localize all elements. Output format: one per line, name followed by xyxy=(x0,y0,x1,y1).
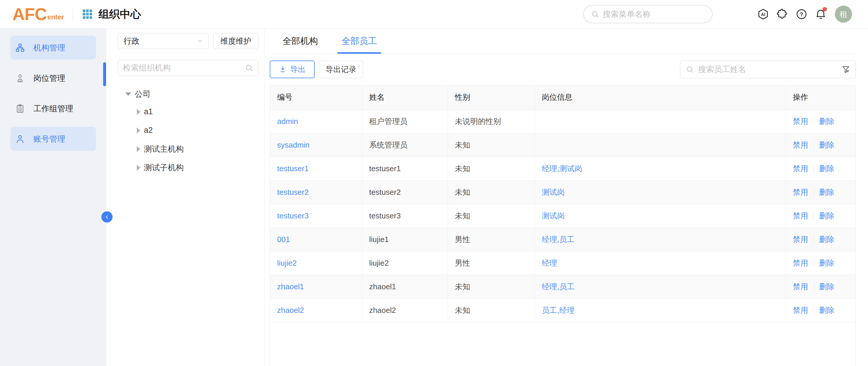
tree-node-label: a1 xyxy=(144,107,153,116)
delete-action-link[interactable]: 删除 xyxy=(819,140,835,150)
org-tree: 公司 a1 a2 测试主机构 xyxy=(118,86,258,177)
export-button[interactable]: 导出 xyxy=(270,61,315,78)
disable-action-link[interactable]: 禁用 xyxy=(793,116,808,127)
employee-positions-cell xyxy=(534,109,785,133)
disable-action-link[interactable]: 禁用 xyxy=(793,281,808,292)
help-icon[interactable]: ? xyxy=(795,8,808,20)
employee-search-box[interactable] xyxy=(680,61,856,78)
caret-right-icon[interactable] xyxy=(137,128,140,133)
filter-funnel-icon[interactable] xyxy=(841,65,850,74)
employee-id-link[interactable]: admin xyxy=(277,117,298,126)
sidebar-item-label: 账号管理 xyxy=(33,134,65,144)
employee-actions-cell: 禁用 删除 xyxy=(785,133,856,157)
tab-all-organizations[interactable]: 全部机构 xyxy=(282,29,318,54)
employee-positions-link[interactable]: 员工,经理 xyxy=(542,306,575,314)
tree-node[interactable]: a1 xyxy=(118,102,258,121)
column-header-id: 编号 xyxy=(270,85,362,109)
employee-id-link[interactable]: zhaoel2 xyxy=(277,306,304,314)
sidebar-item-org-management[interactable]: 机构管理 xyxy=(10,36,96,60)
org-search-input[interactable] xyxy=(123,63,242,73)
header-divider xyxy=(73,7,73,21)
search-icon xyxy=(591,10,599,18)
employee-id-link[interactable]: zhaoel1 xyxy=(277,282,304,291)
disable-action-link[interactable]: 禁用 xyxy=(793,258,808,268)
disable-action-link[interactable]: 禁用 xyxy=(793,140,808,150)
employee-actions-cell: 禁用 删除 xyxy=(785,109,856,133)
delete-action-link[interactable]: 删除 xyxy=(819,305,835,315)
employee-name-cell: zhaoel2 xyxy=(362,298,447,322)
disable-action-link[interactable]: 禁用 xyxy=(793,305,808,315)
sidebar-item-workgroup-management[interactable]: 工作组管理 xyxy=(10,97,96,121)
disable-action-link[interactable]: 禁用 xyxy=(793,187,808,197)
employee-positions-link[interactable]: 经理,员工 xyxy=(542,282,575,291)
tree-node-label: 测试主机构 xyxy=(144,144,184,154)
ai-assistant-icon[interactable]: AI xyxy=(757,8,769,20)
dimension-select[interactable]: 行政 xyxy=(118,33,209,49)
disable-action-link[interactable]: 禁用 xyxy=(793,234,808,245)
caret-right-icon[interactable] xyxy=(137,146,140,152)
employee-gender-cell: 未知 xyxy=(447,204,534,228)
employee-name-cell: liujie2 xyxy=(362,251,447,275)
tree-node[interactable]: 测试子机构 xyxy=(118,158,258,177)
caret-right-icon[interactable] xyxy=(137,109,140,115)
menu-search-box[interactable] xyxy=(583,5,713,23)
employee-id-link[interactable]: testuser2 xyxy=(277,188,309,197)
employee-id-link[interactable]: testuser3 xyxy=(277,211,309,220)
employee-actions-cell: 禁用 删除 xyxy=(785,180,856,204)
collapse-panel-button[interactable] xyxy=(101,211,113,223)
tab-all-employees[interactable]: 全部员工 xyxy=(342,29,377,54)
employee-positions-link[interactable]: 测试岗 xyxy=(542,188,565,197)
sidebar-item-account-management[interactable]: 账号管理 xyxy=(10,127,96,151)
employee-positions-link[interactable]: 测试岗 xyxy=(542,211,565,220)
employee-actions-cell: 禁用 删除 xyxy=(785,157,856,180)
caret-right-icon[interactable] xyxy=(137,165,140,171)
delete-action-link[interactable]: 删除 xyxy=(819,164,835,174)
employee-id-link[interactable]: testuser1 xyxy=(277,164,309,173)
delete-action-link[interactable]: 删除 xyxy=(819,234,835,245)
delete-action-link[interactable]: 删除 xyxy=(819,187,835,197)
tree-node[interactable]: a2 xyxy=(118,121,258,140)
employee-positions-cell: 测试岗 xyxy=(534,204,785,228)
tree-children: a1 a2 测试主机构 测试子机构 xyxy=(118,102,258,177)
delete-action-link[interactable]: 删除 xyxy=(819,258,835,268)
action-divider xyxy=(814,235,814,244)
tree-node-label: a2 xyxy=(144,126,153,135)
employee-actions-cell: 禁用 删除 xyxy=(785,251,856,275)
export-button-label: 导出 xyxy=(290,64,306,75)
caret-down-icon[interactable] xyxy=(125,92,131,96)
sidebar-item-post-management[interactable]: 岗位管理 xyxy=(10,66,96,90)
dimension-maintain-button[interactable]: 维度维护 xyxy=(213,33,258,49)
notification-bell[interactable] xyxy=(814,8,827,20)
employee-gender-cell: 未知 xyxy=(447,275,534,298)
employee-positions-cell: 经理,员工 xyxy=(534,275,785,298)
employee-id-link[interactable]: sysadmin xyxy=(277,140,310,149)
delete-action-link[interactable]: 删除 xyxy=(819,281,835,292)
delete-action-link[interactable]: 删除 xyxy=(819,211,835,221)
org-search-box[interactable] xyxy=(118,60,258,76)
chevron-left-icon xyxy=(104,214,110,220)
menu-search-input[interactable] xyxy=(603,10,709,19)
employee-positions-link[interactable]: 经理 xyxy=(542,259,557,267)
user-avatar[interactable]: 租 xyxy=(835,6,852,23)
table-row: sysadmin 系统管理员 未知 禁用 删除 xyxy=(270,133,856,157)
delete-action-link[interactable]: 删除 xyxy=(819,116,835,127)
employee-gender-cell: 男性 xyxy=(447,228,534,251)
action-divider xyxy=(814,140,814,149)
tree-node-root[interactable]: 公司 xyxy=(118,86,258,102)
tree-node[interactable]: 测试主机构 xyxy=(118,140,258,158)
disable-action-link[interactable]: 禁用 xyxy=(793,211,808,221)
plugin-icon[interactable] xyxy=(776,8,788,20)
employee-id-cell: testuser1 xyxy=(270,157,362,180)
employee-search-input[interactable] xyxy=(698,65,837,74)
employee-id-link[interactable]: 001 xyxy=(277,235,290,244)
post-badge-icon xyxy=(15,73,25,83)
employee-id-link[interactable]: liujie2 xyxy=(277,259,297,267)
dimension-select-value: 行政 xyxy=(123,36,140,46)
export-log-button[interactable]: 导出记录 xyxy=(319,61,363,78)
employee-positions-link[interactable]: 经理,员工 xyxy=(542,235,575,244)
sidebar-item-label: 岗位管理 xyxy=(33,73,65,84)
disable-action-link[interactable]: 禁用 xyxy=(793,164,808,174)
employee-positions-link[interactable]: 经理,测试岗 xyxy=(542,164,582,173)
employee-gender-cell: 未知 xyxy=(447,180,534,204)
employee-name-cell: testuser1 xyxy=(362,157,447,180)
